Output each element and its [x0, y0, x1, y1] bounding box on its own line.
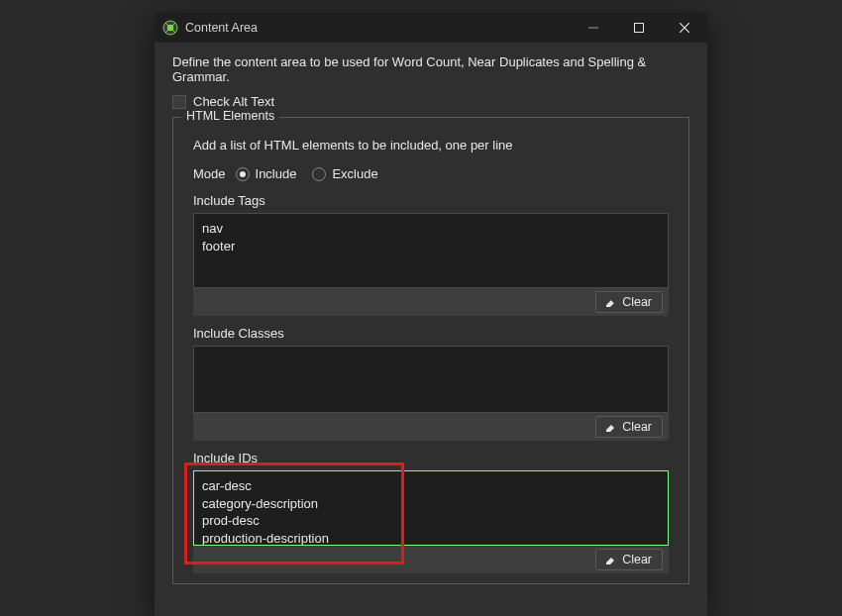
html-elements-fieldset: HTML Elements Add a list of HTML element… [172, 117, 689, 584]
titlebar: Content Area [155, 13, 707, 43]
include-ids-textarea[interactable]: car-desc category-description prod-desc … [193, 470, 669, 546]
include-classes-clear-button[interactable]: Clear [595, 416, 663, 438]
include-tags-button-row: Clear [193, 288, 669, 316]
app-icon [162, 20, 178, 36]
check-alt-text-row[interactable]: Check Alt Text [172, 94, 689, 109]
check-alt-text-checkbox[interactable] [172, 95, 186, 109]
include-ids-button-row: Clear [193, 546, 669, 573]
include-ids-section: Include IDs car-desc category-descriptio… [193, 451, 669, 573]
include-tags-section: Include Tags nav footer Clear [193, 193, 669, 316]
window-title: Content Area [185, 21, 258, 35]
include-tags-textarea[interactable]: nav footer [193, 213, 669, 288]
include-tags-clear-button[interactable]: Clear [595, 291, 663, 313]
include-classes-button-row: Clear [193, 413, 669, 441]
check-alt-text-label: Check Alt Text [193, 94, 274, 109]
radio-exclude[interactable] [312, 167, 326, 181]
clear-label: Clear [622, 420, 652, 434]
maximize-button[interactable] [616, 13, 662, 43]
mode-row: Mode Include Exclude [193, 166, 669, 181]
eraser-icon [604, 297, 616, 307]
content-area-dialog: Content Area Define the content area to … [155, 13, 707, 616]
eraser-icon [604, 555, 616, 565]
mode-include-option[interactable]: Include [236, 166, 297, 181]
minimize-button[interactable] [571, 13, 616, 43]
fieldset-instruction: Add a list of HTML elements to be includ… [193, 138, 669, 153]
include-ids-label: Include IDs [193, 451, 669, 465]
eraser-icon [604, 422, 616, 432]
mode-exclude-label: Exclude [332, 166, 377, 181]
mode-include-label: Include [256, 166, 297, 181]
mode-label: Mode [193, 166, 226, 181]
fieldset-legend: HTML Elements [181, 109, 279, 123]
include-ids-clear-button[interactable]: Clear [595, 549, 663, 570]
include-classes-textarea[interactable] [193, 346, 669, 413]
close-button[interactable] [662, 13, 707, 43]
dialog-body: Define the content area to be used for W… [155, 43, 707, 616]
include-classes-section: Include Classes Clear [193, 326, 669, 441]
mode-exclude-option[interactable]: Exclude [312, 166, 377, 181]
clear-label: Clear [622, 295, 652, 309]
radio-include[interactable] [236, 167, 250, 181]
include-tags-label: Include Tags [193, 193, 669, 208]
clear-label: Clear [622, 553, 652, 566]
include-classes-label: Include Classes [193, 326, 669, 341]
dialog-description: Define the content area to be used for W… [172, 54, 689, 84]
svg-rect-2 [635, 24, 644, 33]
